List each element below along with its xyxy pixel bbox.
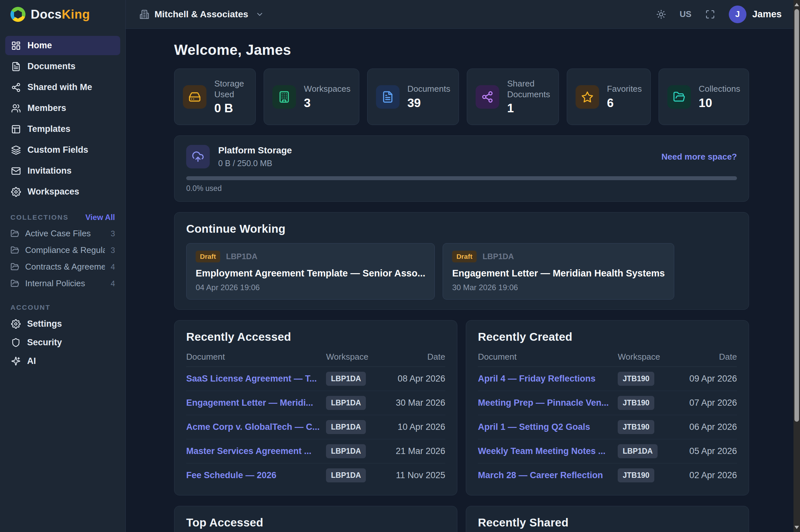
user-name: James xyxy=(752,9,782,20)
collection-label: Internal Policies xyxy=(25,279,105,288)
view-all-link[interactable]: View All xyxy=(85,213,115,222)
table-row: Weekly Team Meeting Notes ... LBP1DA 05 … xyxy=(478,439,737,463)
document-link[interactable]: April 4 — Friday Reflections xyxy=(478,374,596,383)
document-link[interactable]: Meeting Prep — Pinnacle Ven... xyxy=(478,398,609,407)
collection-item-internal-policies[interactable]: Internal Policies 4 xyxy=(5,275,120,292)
collection-item-contracts[interactable]: Contracts & Agreements 4 xyxy=(5,259,120,275)
sidebar-item-home[interactable]: Home xyxy=(5,36,120,55)
collection-count: 4 xyxy=(111,262,115,271)
table-row: April 4 — Friday Reflections JTB190 09 A… xyxy=(478,367,737,391)
scrollbar-down-arrow[interactable] xyxy=(795,526,799,529)
brand-logo[interactable]: DocsKing xyxy=(0,0,125,29)
sidebar-item-members[interactable]: Members xyxy=(5,99,120,118)
sidebar-item-label: Shared with Me xyxy=(28,82,92,92)
collection-label: Compliance & Regulat... xyxy=(25,245,105,255)
column-header-document: Document xyxy=(186,352,326,367)
sidebar-item-settings[interactable]: Settings xyxy=(5,315,120,333)
scrollbar[interactable] xyxy=(794,0,800,532)
continue-working-panel: Continue Working Draft LBP1DA Employment… xyxy=(174,212,749,310)
status-badge: Draft xyxy=(452,251,477,262)
account-header: ACCOUNT xyxy=(11,304,51,311)
sidebar-item-templates[interactable]: Templates xyxy=(5,119,120,139)
platform-storage-panel: Platform Storage 0 B / 250.0 MB Need mor… xyxy=(174,135,749,202)
sidebar-item-security[interactable]: Security xyxy=(5,333,120,352)
sidebar-item-workspaces[interactable]: Workspaces xyxy=(5,182,120,202)
document-link[interactable]: March 28 — Career Reflection xyxy=(478,470,603,480)
table-row: April 1 — Setting Q2 Goals JTB190 06 Apr… xyxy=(478,415,737,439)
sidebar-item-label: Security xyxy=(27,338,62,347)
column-header-date: Date xyxy=(391,352,445,367)
section-title: Top Accessed xyxy=(186,516,445,529)
workspace-selector[interactable]: Mitchell & Associates xyxy=(140,9,264,20)
scrollbar-up-arrow[interactable] xyxy=(795,3,799,6)
table-row: Master Services Agreement ... LBP1DA 21 … xyxy=(186,439,445,463)
bottom-tables-row: Top Accessed Document Workspace Views Da… xyxy=(174,506,749,532)
document-title: Engagement Letter — Meridian Health Syst… xyxy=(452,268,665,279)
sidebar-item-shared-with-me[interactable]: Shared with Me xyxy=(5,78,120,97)
sidebar-item-ai[interactable]: AI xyxy=(5,352,120,370)
stat-label: Favorites xyxy=(607,83,642,94)
collection-item-active-case-files[interactable]: Active Case Files 3 xyxy=(5,225,120,242)
stat-card-shared-documents: Shared Documents1 xyxy=(467,69,559,125)
scrollbar-thumb[interactable] xyxy=(795,9,799,422)
brand-logo-icon xyxy=(11,7,25,22)
sidebar-item-label: Templates xyxy=(28,124,71,134)
layers-icon xyxy=(11,145,21,155)
workspace-badge: LBP1DA xyxy=(326,420,366,434)
storage-title: Platform Storage xyxy=(218,145,292,156)
collection-label: Active Case Files xyxy=(25,228,105,239)
need-more-space-link[interactable]: Need more space? xyxy=(661,152,737,162)
stat-label: Documents xyxy=(407,83,451,94)
theme-toggle-button[interactable] xyxy=(656,10,666,19)
continue-card-engagement-letter[interactable]: Draft LBP1DA Engagement Letter — Meridia… xyxy=(443,243,674,300)
folder-open-icon xyxy=(11,262,19,271)
stat-value: 39 xyxy=(407,96,451,110)
continue-card-employment-agreement[interactable]: Draft LBP1DA Employment Agreement Templa… xyxy=(186,243,435,300)
document-link[interactable]: Master Services Agreement ... xyxy=(186,446,311,456)
sun-icon xyxy=(656,10,666,19)
page-title: Welcome, James xyxy=(174,42,749,58)
sidebar-item-invitations[interactable]: Invitations xyxy=(5,161,120,180)
mail-icon xyxy=(11,166,21,176)
sidebar-item-label: Documents xyxy=(28,61,75,72)
date-cell: 05 Apr 2026 xyxy=(683,439,737,463)
recently-created-panel: Recently Created Document Workspace Date… xyxy=(466,320,749,495)
sidebar-item-label: Invitations xyxy=(28,166,72,176)
document-date: 30 Mar 2026 19:06 xyxy=(452,283,665,292)
chevron-down-icon xyxy=(255,10,264,19)
document-link[interactable]: Acme Corp v. GlobalTech — C... xyxy=(186,422,320,432)
fullscreen-button[interactable] xyxy=(705,10,715,19)
document-link[interactable]: Weekly Team Meeting Notes ... xyxy=(478,446,606,456)
gear-icon xyxy=(11,319,21,329)
document-link[interactable]: Engagement Letter — Meridi... xyxy=(186,398,313,407)
stat-value: 10 xyxy=(699,96,740,110)
sidebar-item-label: Members xyxy=(28,103,66,113)
user-menu[interactable]: J James xyxy=(729,5,782,23)
sidebar-item-documents[interactable]: Documents xyxy=(5,57,120,76)
locale-selector[interactable]: US xyxy=(680,9,692,19)
cloud-upload-icon xyxy=(186,145,210,168)
stat-card-workspaces: Workspaces3 xyxy=(263,69,359,125)
main-area: Mitchell & Associates US J James Welcome… xyxy=(126,0,800,532)
stat-value: 1 xyxy=(507,101,550,115)
collection-item-compliance[interactable]: Compliance & Regulat... 3 xyxy=(5,242,120,259)
star-icon xyxy=(576,85,599,109)
workspace-badge: JTB190 xyxy=(618,468,654,482)
stat-value: 3 xyxy=(304,96,350,110)
sidebar-item-label: Home xyxy=(28,40,52,51)
stat-label: Storage Used xyxy=(214,78,247,99)
document-link[interactable]: April 1 — Setting Q2 Goals xyxy=(478,422,590,432)
workspace-badge: LBP1DA xyxy=(326,468,366,482)
column-header-workspace: Workspace xyxy=(326,352,391,367)
document-link[interactable]: SaaS License Agreement — T... xyxy=(186,374,317,383)
folder-open-icon xyxy=(11,246,19,254)
date-cell: 09 Apr 2026 xyxy=(683,367,737,391)
table-row: Engagement Letter — Meridi... LBP1DA 30 … xyxy=(186,391,445,415)
sidebar-item-custom-fields[interactable]: Custom Fields xyxy=(5,140,120,159)
storage-usage: 0 B / 250.0 MB xyxy=(218,159,292,168)
status-badge: Draft xyxy=(196,251,220,262)
document-link[interactable]: Fee Schedule — 2026 xyxy=(186,470,276,480)
collection-count: 4 xyxy=(111,279,115,288)
building-icon xyxy=(140,10,149,19)
maximize-icon xyxy=(705,10,715,19)
